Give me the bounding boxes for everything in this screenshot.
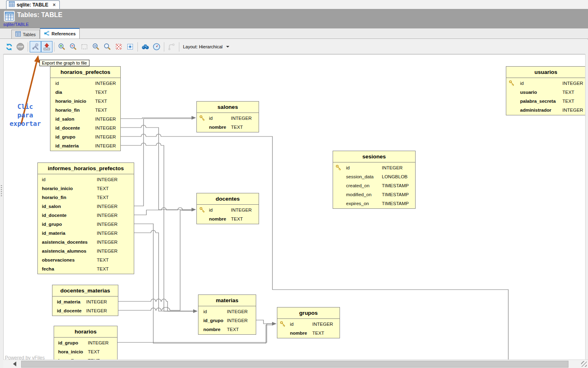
view-tab-strip: Tables References: [0, 28, 588, 39]
entity-informes_horarios_prefectos[interactable]: informes_horarios_prefectosidINTEGERhora…: [37, 162, 134, 274]
zoom-fit-icon[interactable]: [102, 41, 113, 52]
column-type: INTEGER: [562, 79, 583, 88]
horizontal-scrollbar-thumb[interactable]: [21, 361, 568, 368]
entity-columns: idINTEGERnombreTEXT: [197, 113, 259, 132]
column-name: id_grupo: [42, 220, 62, 229]
column-row: palabra_secretaTEXT: [506, 97, 586, 106]
sidebar-splitter[interactable]: [0, 54, 4, 368]
vertical-scrollbar[interactable]: [585, 54, 588, 359]
entity-title: grupos: [277, 307, 340, 319]
navigator-icon[interactable]: [151, 41, 162, 52]
entity-columns: idINTEGERnombreTEXT: [277, 319, 340, 338]
column-name: id_docente: [42, 211, 67, 220]
svg-text:STOP: STOP: [17, 45, 24, 48]
column-type: INTEGER: [97, 175, 118, 184]
column-type: TEXT: [227, 325, 239, 334]
entity-columns: id_materiaINTEGERid_docenteINTEGER: [52, 297, 118, 315]
column-row: hora_inicioTEXT: [54, 347, 117, 356]
column-row: asistencia_alumnosINTEGER: [38, 247, 134, 255]
entity-grupos[interactable]: gruposidINTEGERnombreTEXT: [277, 307, 340, 338]
column-name: asistencia_alumnos: [42, 247, 86, 255]
toolbar-buttons: STOP10: [3, 41, 181, 52]
entity-columns: idINTEGERid_grupoINTEGERnombreTEXT: [198, 306, 256, 334]
column-type: INTEGER: [231, 206, 252, 214]
column-row: horario_inicioTEXT: [50, 97, 120, 106]
tab-references[interactable]: References: [40, 28, 80, 39]
overview-icon[interactable]: [139, 41, 151, 52]
column-type: INTEGER: [97, 238, 118, 247]
column-type: INTEGER: [227, 316, 248, 325]
primary-key-icon: [335, 165, 342, 172]
column-type: TIMESTAMP: [382, 199, 409, 208]
layout-select[interactable]: Layout: Hierarchical: [183, 44, 229, 49]
entity-docentes[interactable]: docentesidINTEGERnombreTEXT: [196, 193, 259, 224]
entity-docentes_materias[interactable]: docentes_materiasid_materiaINTEGERid_doc…: [52, 285, 118, 316]
column-name: nombre: [290, 329, 307, 338]
toolbar-separator: [137, 42, 138, 52]
entity-title: usuarios: [506, 67, 586, 78]
entity-salones[interactable]: salonesidINTEGERnombreTEXT: [196, 101, 259, 132]
editor-header: Tables: TABLE sqlite/TABLE: [0, 9, 588, 28]
export-graph-icon[interactable]: [41, 41, 52, 52]
stop-icon[interactable]: STOP: [15, 41, 26, 52]
zoom-in-icon[interactable]: [56, 41, 68, 52]
entity-sesiones[interactable]: sesionesidINTEGERsession_dataLONGBLOBcre…: [333, 151, 416, 209]
column-name: id_docente: [57, 306, 82, 315]
scroll-left-arrow-icon[interactable]: [13, 362, 16, 366]
column-row: idINTEGER: [333, 163, 415, 172]
zoom-original-icon[interactable]: 10: [90, 41, 102, 52]
entity-horarios_prefectos[interactable]: horarios_prefectosidINTEGERdiaTEXThorari…: [50, 66, 121, 151]
column-type: INTEGER: [97, 247, 118, 255]
column-type: INTEGER: [95, 79, 116, 88]
zoom-area-icon[interactable]: [79, 41, 90, 52]
fit-content-icon[interactable]: [113, 41, 124, 52]
refresh-icon[interactable]: [3, 41, 15, 52]
column-row: horario_inicioTEXT: [38, 184, 134, 193]
zoom-out-icon[interactable]: [68, 41, 79, 52]
document-tab-sqlite-table[interactable]: sqlite: TABLE ×: [6, 0, 60, 9]
column-name: id_grupo: [58, 338, 78, 347]
column-row: expires_onTIMESTAMP: [333, 199, 415, 208]
entity-title: docentes_materias: [52, 285, 118, 297]
column-type: TEXT: [231, 123, 243, 132]
column-row: idINTEGER: [506, 79, 586, 88]
original-size-icon[interactable]: [124, 41, 136, 52]
column-type: TEXT: [562, 97, 574, 106]
column-type: INTEGER: [227, 307, 248, 316]
svg-text:10: 10: [94, 45, 96, 47]
horizontal-scrollbar[interactable]: [3, 359, 588, 368]
tab-tables[interactable]: Tables: [11, 30, 40, 39]
column-row: nombreTEXT: [277, 329, 340, 338]
close-icon[interactable]: ×: [53, 2, 56, 8]
entity-title: horarios: [54, 326, 117, 338]
column-name: session_data: [346, 172, 374, 181]
column-name: id_salon: [42, 202, 61, 211]
breadcrumb[interactable]: sqlite/TABLE: [3, 22, 29, 27]
column-name: id_docente: [55, 123, 80, 132]
model-links-icon[interactable]: [166, 41, 177, 52]
column-name: observaciones: [42, 255, 75, 264]
column-type: INTEGER: [95, 141, 116, 150]
entity-title: salones: [197, 102, 259, 113]
tab-references-label: References: [52, 31, 76, 36]
column-name: horario_inicio: [55, 97, 86, 106]
column-name: id: [55, 79, 59, 88]
entity-usuarios[interactable]: usuariosidINTEGERusuarioTEXTpalabra_secr…: [506, 66, 586, 115]
references-icon: [44, 30, 50, 37]
column-row: nombreTEXT: [198, 325, 256, 334]
column-type: INTEGER: [382, 163, 403, 172]
diagram-settings-icon[interactable]: [30, 41, 41, 52]
column-row: observacionesTEXT: [38, 255, 134, 264]
column-name: id: [520, 79, 524, 88]
column-row: idINTEGER: [277, 320, 340, 329]
column-name: id: [346, 163, 350, 172]
splitter-grip-icon: [1, 185, 2, 197]
entity-title: horarios_prefectos: [50, 67, 120, 78]
toolbar-separator: [28, 42, 28, 52]
column-row: idINTEGER: [197, 206, 259, 214]
column-type: INTEGER: [312, 320, 333, 329]
column-type: INTEGER: [97, 229, 118, 238]
column-row: id_grupoINTEGER: [50, 132, 120, 141]
primary-key-icon: [509, 80, 515, 88]
entity-materias[interactable]: materiasidINTEGERid_grupoINTEGERnombreTE…: [198, 294, 256, 335]
